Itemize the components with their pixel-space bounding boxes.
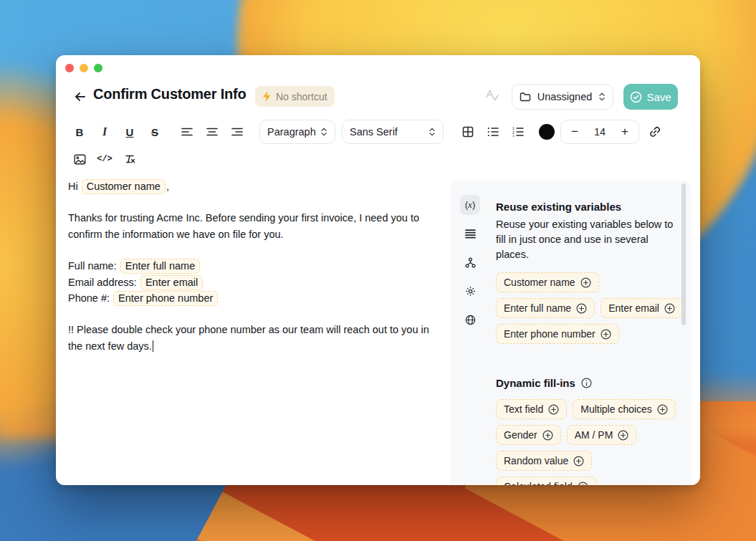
fillin-chip[interactable]: Calculated field [496, 477, 596, 485]
globe-icon [465, 315, 476, 325]
folder-icon [520, 92, 531, 102]
zoom-window-button[interactable] [94, 64, 102, 72]
add-circle-icon [601, 329, 611, 340]
variable-token[interactable]: Enter email [140, 275, 203, 290]
paragraph-style-value: Paragraph [267, 126, 316, 138]
bullet-list-button[interactable] [484, 123, 502, 141]
variable-token[interactable]: Customer name [82, 179, 166, 194]
insert-image-button[interactable] [70, 150, 89, 168]
italic-icon: I [102, 125, 107, 138]
fillin-chip[interactable]: Gender [496, 425, 561, 445]
align-right-button[interactable] [228, 123, 247, 141]
text-color-button[interactable] [539, 124, 555, 140]
increase-font-size-button[interactable]: + [620, 125, 630, 139]
save-button-label: Save [646, 91, 671, 103]
variable-chip-label: Enter email [608, 302, 659, 314]
bold-button[interactable]: B [70, 123, 89, 141]
fillin-chip-label: AM / PM [575, 429, 613, 441]
strikethrough-button[interactable]: S [145, 123, 164, 141]
variable-chip[interactable]: Customer name [496, 272, 599, 292]
app-window: Confirm Customer Info No shortcut Unassi… [56, 55, 700, 485]
tab-settings[interactable] [460, 281, 480, 301]
variables-side-panel: (x) Reuse existing variables Reuse your … [450, 181, 692, 485]
variable-chip[interactable]: Enter full name [496, 298, 595, 318]
minimize-window-button[interactable] [80, 64, 88, 72]
panel-scrollbar[interactable] [681, 183, 686, 325]
variable-chip-label: Enter phone number [504, 328, 595, 340]
save-button[interactable]: Save [623, 84, 678, 110]
align-center-button[interactable] [203, 123, 221, 141]
chevron-up-down-icon [598, 92, 606, 102]
add-circle-icon [657, 404, 668, 415]
paragraph-style-select[interactable]: Paragraph [259, 120, 335, 144]
numbered-list-button[interactable]: 123 [509, 123, 527, 141]
clear-formatting-icon [124, 153, 135, 165]
reuse-variables-description: Reuse your existing variables below to f… [496, 217, 675, 262]
tab-language[interactable] [460, 310, 480, 330]
fillin-chip-label: Gender [504, 429, 537, 441]
variable-chip[interactable]: Enter email [601, 298, 683, 318]
lines-icon [465, 229, 476, 239]
close-window-button[interactable] [65, 64, 74, 72]
add-circle-icon [548, 404, 559, 415]
fillin-chip-label: Text field [504, 403, 543, 415]
insert-link-button[interactable] [646, 123, 664, 141]
image-icon [74, 154, 86, 165]
align-left-icon [181, 128, 193, 136]
editor-paragraph: Thanks for trusting Acme Inc. Before sen… [68, 210, 441, 242]
fillin-chip-label: Multiple choices [580, 403, 652, 415]
fillin-chip-label: Random value [504, 455, 568, 466]
bullet-list-icon [487, 127, 499, 137]
check-circle-icon [630, 91, 642, 103]
italic-button[interactable]: I [95, 123, 114, 141]
arrow-left-icon [73, 90, 87, 104]
decrease-font-size-button[interactable]: − [570, 125, 580, 139]
snippet-editor[interactable]: Hi Customer name, Thanks for trusting Ac… [68, 178, 441, 370]
strikethrough-icon: S [151, 126, 158, 138]
tab-hierarchy[interactable] [460, 252, 480, 272]
hierarchy-icon [465, 257, 476, 268]
numbered-list-icon: 123 [512, 127, 524, 137]
lightning-bolt-icon [262, 91, 272, 102]
underline-icon: U [126, 126, 134, 138]
formatting-toolbar: B I U S Paragraph Sans Serif 123 [56, 120, 700, 144]
align-left-button[interactable] [178, 123, 196, 141]
clear-formatting-button[interactable] [120, 150, 139, 168]
spellcheck-icon[interactable] [484, 87, 500, 103]
add-circle-icon [573, 456, 584, 466]
fillin-chip[interactable]: AM / PM [567, 425, 637, 445]
fillin-chip[interactable]: Random value [496, 451, 592, 471]
traffic-lights [65, 64, 102, 72]
folder-select[interactable]: Unassigned [512, 84, 613, 110]
tab-snippets[interactable] [460, 224, 480, 244]
variable-token[interactable]: Enter full name [120, 259, 201, 274]
back-button[interactable] [72, 88, 89, 105]
add-circle-icon [664, 303, 675, 314]
font-family-select[interactable]: Sans Serif [342, 120, 444, 144]
link-icon [649, 125, 661, 138]
add-circle-icon [576, 303, 587, 314]
header: Confirm Customer Info No shortcut Unassi… [56, 81, 700, 111]
insert-table-button[interactable] [459, 123, 477, 141]
add-circle-icon [578, 482, 588, 486]
shortcut-badge[interactable]: No shortcut [255, 86, 335, 107]
shortcut-badge-label: No shortcut [276, 91, 327, 102]
add-circle-icon [580, 277, 591, 288]
panel-content: Reuse existing variables Reuse your exis… [496, 201, 684, 485]
variable-chip[interactable]: Enter phone number [496, 324, 619, 344]
add-circle-icon [542, 430, 553, 441]
dynamic-fillins-title: Dynamic fill-ins [496, 377, 575, 389]
fillin-chip[interactable]: Multiple choices [573, 399, 676, 419]
underline-button[interactable]: U [120, 123, 139, 141]
font-family-value: Sans Serif [350, 126, 398, 138]
existing-variables-list: Customer name Enter full name Enter emai… [496, 272, 684, 344]
folder-select-value: Unassigned [537, 91, 593, 102]
info-icon[interactable] [581, 378, 592, 388]
text-cursor [153, 340, 154, 352]
insert-code-button[interactable]: </> [95, 150, 114, 168]
tab-variables[interactable]: (x) [460, 195, 480, 215]
align-right-icon [231, 128, 243, 136]
bold-icon: B [76, 126, 84, 138]
fillin-chip[interactable]: Text field [496, 399, 567, 419]
variable-token[interactable]: Enter phone number [113, 291, 218, 306]
